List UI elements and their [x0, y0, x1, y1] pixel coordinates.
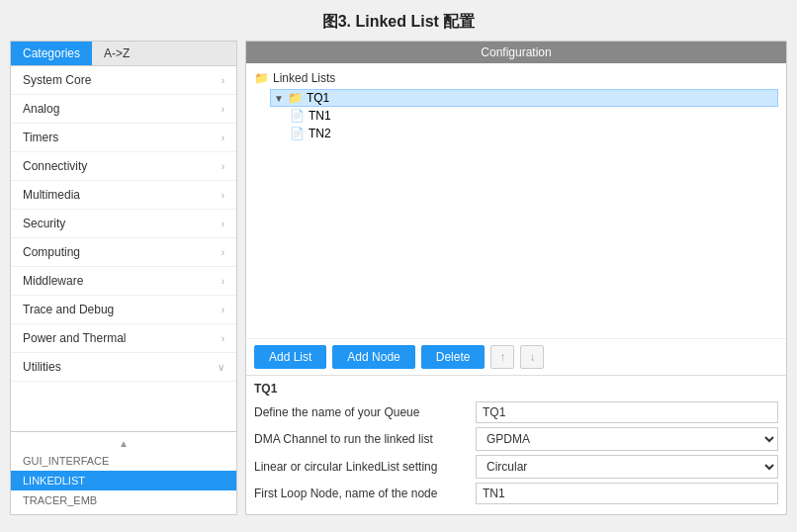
form-label-queue-name: Define the name of your Queue — [254, 405, 472, 419]
sidebar-item-label: Multimedia — [23, 188, 80, 202]
form-label-circular: Linear or circular LinkedList setting — [254, 460, 472, 474]
chevron-down-icon: ∨ — [218, 362, 224, 373]
form-label-dma-channel: DMA Channel to run the linked list — [254, 432, 472, 446]
sidebar-item-label: Computing — [23, 245, 80, 259]
chevron-right-icon: › — [221, 75, 224, 86]
sidebar-item-label: Timers — [23, 131, 58, 144]
form-select-circular[interactable]: Circular — [476, 455, 778, 479]
delete-button[interactable]: Delete — [421, 345, 486, 369]
tn2-label: TN2 — [309, 127, 331, 140]
folder-icon: 📁 — [254, 71, 269, 85]
chevron-right-icon: › — [221, 219, 224, 229]
sidebar-item-timers[interactable]: Timers › — [11, 124, 236, 152]
sidebar-item-gui-interface[interactable]: GUI_INTERFACE — [11, 451, 236, 471]
tree-item-tq1[interactable]: ▼ 📁 TQ1 — [270, 89, 778, 107]
page-title: 图3. Linked List 配置 — [0, 0, 797, 41]
sidebar-item-label: Trace and Debug — [23, 303, 114, 316]
form-input-queue-name[interactable] — [476, 401, 778, 423]
sidebar-item-label: Security — [23, 217, 65, 230]
chevron-right-icon: › — [221, 247, 224, 258]
chevron-right-icon: › — [221, 190, 224, 201]
file-icon: 📄 — [290, 127, 305, 140]
sidebar-item-linkedlist[interactable]: LINKEDLIST — [11, 471, 236, 490]
config-header: Configuration — [246, 42, 786, 63]
tn1-label: TN1 — [309, 109, 331, 123]
sidebar-item-tracer-emb[interactable]: TRACER_EMB — [11, 490, 236, 510]
scroll-up-button[interactable]: ▲ — [11, 436, 236, 451]
sidebar-item-security[interactable]: Security › — [11, 210, 236, 238]
sidebar-item-trace-debug[interactable]: Trace and Debug › — [11, 296, 236, 324]
add-node-button[interactable]: Add Node — [332, 345, 414, 369]
arrow-up-button[interactable]: ↑ — [490, 345, 514, 369]
sidebar-items: System Core › Analog › Timers › Connecti… — [11, 66, 236, 431]
form-select-dma-channel[interactable]: GPDMA — [476, 427, 778, 451]
sidebar-item-computing[interactable]: Computing › — [11, 238, 236, 267]
chevron-right-icon: › — [221, 276, 224, 287]
sidebar-item-label: System Core — [23, 73, 91, 87]
sidebar-item-label: Utilities — [23, 360, 61, 374]
form-row-queue-name: Define the name of your Queue — [254, 401, 778, 423]
sidebar-item-analog[interactable]: Analog › — [11, 95, 236, 124]
form-select-circular-wrapper: Circular — [476, 455, 778, 479]
chevron-right-icon: › — [221, 305, 224, 315]
form-title: TQ1 — [254, 382, 778, 396]
config-panel: Configuration 📁 Linked Lists ▼ 📁 TQ1 📄 T… — [245, 41, 787, 515]
tq1-label: TQ1 — [307, 91, 329, 105]
sidebar-item-utilities[interactable]: Utilities ∨ — [11, 353, 236, 382]
chevron-right-icon: › — [221, 104, 224, 115]
sidebar-item-system-core[interactable]: System Core › — [11, 66, 236, 95]
sidebar-item-middleware[interactable]: Middleware › — [11, 267, 236, 296]
form-row-circular: Linear or circular LinkedList setting Ci… — [254, 455, 778, 479]
sidebar-bottom: ▲ GUI_INTERFACE LINKEDLIST TRACER_EMB — [11, 431, 236, 514]
chevron-right-icon: › — [221, 133, 224, 143]
config-form: TQ1 Define the name of your Queue DMA Ch… — [246, 375, 786, 514]
chevron-right-icon: › — [221, 333, 224, 344]
tree-item-tn2[interactable]: 📄 TN2 — [290, 125, 778, 142]
folder-icon: 📁 — [288, 91, 303, 105]
config-tree: 📁 Linked Lists ▼ 📁 TQ1 📄 TN1 📄 TN2 — [246, 63, 786, 338]
tree-root-linked-lists: 📁 Linked Lists — [254, 71, 778, 85]
tab-categories[interactable]: Categories — [11, 42, 92, 65]
file-icon: 📄 — [290, 109, 305, 123]
tree-root-label: Linked Lists — [273, 71, 335, 85]
add-list-button[interactable]: Add List — [254, 345, 326, 369]
expand-icon: ▼ — [274, 93, 284, 104]
form-row-first-loop-node: First Loop Node, name of the node — [254, 483, 778, 504]
arrow-down-button[interactable]: ↓ — [520, 345, 544, 369]
form-input-first-loop-node[interactable] — [476, 483, 778, 504]
sidebar: Categories A->Z System Core › Analog › T… — [10, 41, 237, 515]
form-label-first-loop-node: First Loop Node, name of the node — [254, 487, 472, 500]
form-row-dma-channel: DMA Channel to run the linked list GPDMA — [254, 427, 778, 451]
sidebar-item-label: Power and Thermal — [23, 331, 127, 345]
sidebar-item-label: Analog — [23, 102, 59, 116]
main-container: Categories A->Z System Core › Analog › T… — [0, 41, 797, 525]
sidebar-tabs: Categories A->Z — [11, 42, 236, 66]
sidebar-item-connectivity[interactable]: Connectivity › — [11, 152, 236, 181]
config-buttons: Add List Add Node Delete ↑ ↓ — [246, 338, 786, 375]
sidebar-item-label: Middleware — [23, 274, 83, 288]
sidebar-item-label: Connectivity — [23, 159, 87, 173]
tree-item-tn1[interactable]: 📄 TN1 — [290, 107, 778, 125]
tab-az[interactable]: A->Z — [92, 42, 141, 65]
form-select-dma-wrapper: GPDMA — [476, 427, 778, 451]
sidebar-item-multimedia[interactable]: Multimedia › — [11, 181, 236, 210]
chevron-right-icon: › — [221, 161, 224, 172]
sidebar-item-power-thermal[interactable]: Power and Thermal › — [11, 324, 236, 353]
